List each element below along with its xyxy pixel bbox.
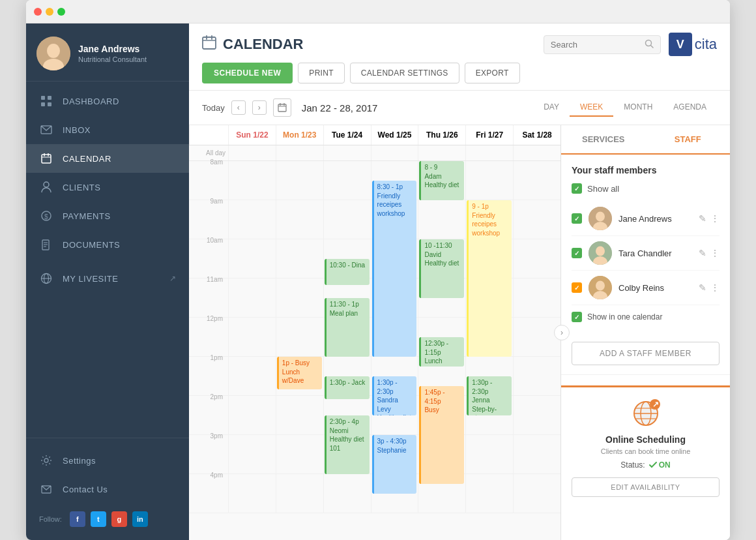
time-cell-12pm-day1[interactable] xyxy=(276,318,323,356)
time-label-12pm: 12pm xyxy=(189,312,228,356)
time-cell-2pm-day6[interactable] xyxy=(513,396,560,434)
svg-point-22 xyxy=(44,458,48,462)
view-month-button[interactable]: MONTH xyxy=(613,98,663,117)
jane-edit-icon[interactable]: ✎ xyxy=(699,213,706,224)
googleplus-button[interactable]: g xyxy=(111,511,127,527)
time-cell-8am-day1[interactable] xyxy=(276,161,323,200)
calendar-picker-icon[interactable] xyxy=(273,98,291,117)
tab-staff[interactable]: STAFF xyxy=(646,125,731,153)
show-all-checkbox[interactable]: ✓ xyxy=(572,183,582,194)
sidebar-item-payments[interactable]: $ PAYMENTS xyxy=(26,202,189,230)
time-cell-9am-day0[interactable] xyxy=(228,200,276,239)
next-week-button[interactable]: › xyxy=(252,100,267,115)
colby-checkbox[interactable]: ✓ xyxy=(572,282,582,293)
time-cell-4pm-day5[interactable] xyxy=(465,474,513,513)
view-week-button[interactable]: WEEK xyxy=(570,98,613,117)
schedule-new-button[interactable]: SCHEDULE NEW xyxy=(202,63,293,83)
twitter-button[interactable]: t xyxy=(91,511,106,527)
time-cell-11am-day6[interactable] xyxy=(513,278,560,317)
time-cell-9am-day4[interactable] xyxy=(418,200,465,239)
tab-services[interactable]: SERVICES xyxy=(561,125,646,153)
search-input[interactable] xyxy=(551,40,641,50)
time-cell-8am-day6[interactable] xyxy=(513,161,560,200)
time-cell-10am-day0[interactable] xyxy=(228,239,276,278)
export-button[interactable]: EXPORT xyxy=(465,63,520,83)
jane-more-icon[interactable]: ⋮ xyxy=(710,213,720,224)
time-cell-10am-day1[interactable] xyxy=(276,239,323,278)
time-cell-8am-day0[interactable] xyxy=(228,161,276,200)
time-cell-4pm-day6[interactable] xyxy=(513,474,560,513)
time-cell-12pm-day0[interactable] xyxy=(228,318,276,356)
sidebar-item-contact[interactable]: Contact Us xyxy=(26,475,189,503)
time-cell-3pm-day5[interactable] xyxy=(465,435,513,473)
time-cell-4pm-day2[interactable] xyxy=(323,474,371,513)
tara-checkbox[interactable]: ✓ xyxy=(572,248,582,258)
time-cell-4pm-day0[interactable] xyxy=(228,474,276,513)
colby-edit-icon[interactable]: ✎ xyxy=(699,282,706,293)
edit-availability-button[interactable]: EDIT AVAILABILITY xyxy=(572,477,720,497)
linkedin-button[interactable]: in xyxy=(132,511,148,527)
event-5[interactable]: 10:30 - Dina xyxy=(325,259,370,285)
mail-icon xyxy=(39,123,53,137)
sidebar-item-dashboard[interactable]: DASHBOARD xyxy=(26,87,189,115)
sidebar-item-inbox[interactable]: INBOX xyxy=(26,115,189,144)
time-cell-8am-day2[interactable] xyxy=(323,161,371,200)
sidebar-item-mylivesite[interactable]: MY LIVESITE ↗ xyxy=(26,264,189,293)
search-bar[interactable] xyxy=(544,35,661,54)
minimize-dot[interactable] xyxy=(46,8,53,16)
expand-panel-button[interactable]: › xyxy=(554,325,570,340)
view-agenda-button[interactable]: AGENDA xyxy=(663,98,717,117)
tara-more-icon[interactable]: ⋮ xyxy=(710,248,720,258)
event-1[interactable]: 8:30 - 1p Friendly receipes workshop xyxy=(372,181,417,357)
time-cell-9am-day6[interactable] xyxy=(513,200,560,239)
event-6[interactable]: 11:30 - 1p Meal plan xyxy=(325,298,370,357)
event-2[interactable]: 10 -11:30 David Healthy diet xyxy=(419,239,464,298)
close-dot[interactable] xyxy=(34,8,42,16)
event-4[interactable]: 1p - Busy Lunch w/Dave xyxy=(277,357,322,389)
event-10[interactable]: 3p - 4:30p Stephanie xyxy=(372,435,417,494)
view-day-button[interactable]: DAY xyxy=(533,98,570,117)
event-9[interactable]: 1:30p - 2:30p Sandra Levy Healthy diet xyxy=(372,376,417,415)
facebook-button[interactable]: f xyxy=(70,511,85,527)
tara-edit-icon[interactable]: ✎ xyxy=(699,248,706,258)
jane-checkbox[interactable]: ✓ xyxy=(572,213,582,224)
event-7[interactable]: 1:30p - Jack xyxy=(325,376,370,399)
prev-week-button[interactable]: ‹ xyxy=(231,100,246,115)
show-one-calendar-checkbox[interactable]: ✓ xyxy=(572,312,582,322)
time-cell-10am-day6[interactable] xyxy=(513,239,560,278)
event-13[interactable]: 1:30p - 2:30p Jenna Step-by-step xyxy=(467,376,512,415)
time-cell-9am-day2[interactable] xyxy=(323,200,371,239)
time-cell-11am-day0[interactable] xyxy=(228,278,276,317)
time-cell-1pm-day6[interactable] xyxy=(513,357,560,395)
event-0[interactable]: 8 - 9 Adam Healthy diet xyxy=(419,161,464,200)
calendar-header-icon xyxy=(202,35,216,53)
sidebar: Jane Andrews Nutritional Consultant DASH… xyxy=(26,23,189,540)
time-cell-1pm-day0[interactable] xyxy=(228,357,276,395)
print-button[interactable]: PRINT xyxy=(298,63,345,83)
add-staff-button[interactable]: ADD A STAFF MEMBER xyxy=(572,342,720,365)
time-cell-8am-day5[interactable] xyxy=(465,161,513,200)
time-cell-12pm-day6[interactable] xyxy=(513,318,560,356)
sidebar-item-clients[interactable]: CLIENTS xyxy=(26,173,189,202)
time-label-8am: 8am xyxy=(189,156,228,200)
sidebar-item-settings[interactable]: Settings xyxy=(26,446,189,475)
time-cell-3pm-day0[interactable] xyxy=(228,435,276,473)
maximize-dot[interactable] xyxy=(57,8,65,16)
event-12[interactable]: 9 - 1p Friendly receipes workshop xyxy=(467,200,512,357)
time-cell-2pm-day0[interactable] xyxy=(228,396,276,434)
today-label[interactable]: Today xyxy=(202,103,225,113)
event-3[interactable]: 12:30p - 1:15p Lunch xyxy=(419,337,464,367)
colby-more-icon[interactable]: ⋮ xyxy=(710,282,720,293)
sidebar-item-calendar[interactable]: CALENDAR xyxy=(26,144,189,173)
time-cell-2pm-day1[interactable] xyxy=(276,396,323,434)
event-11[interactable]: 1:45p - 4:15p Busy xyxy=(419,386,464,484)
time-cell-3pm-day1[interactable] xyxy=(276,435,323,473)
time-cell-4pm-day1[interactable] xyxy=(276,474,323,513)
time-cell-3pm-day6[interactable] xyxy=(513,435,560,473)
time-cell-9am-day1[interactable] xyxy=(276,200,323,239)
event-8[interactable]: 2:30p - 4p Neomi Healthy diet 101 xyxy=(325,415,370,474)
time-cell-11am-day1[interactable] xyxy=(276,278,323,317)
calendar-settings-button[interactable]: CALENDAR SETTINGS xyxy=(350,63,459,83)
calendar-body: Sun 1/22 Mon 1/23 Tue 1/24 Wed 1/25 Thu … xyxy=(189,125,730,540)
sidebar-item-documents[interactable]: DOCUMENTS xyxy=(26,230,189,259)
